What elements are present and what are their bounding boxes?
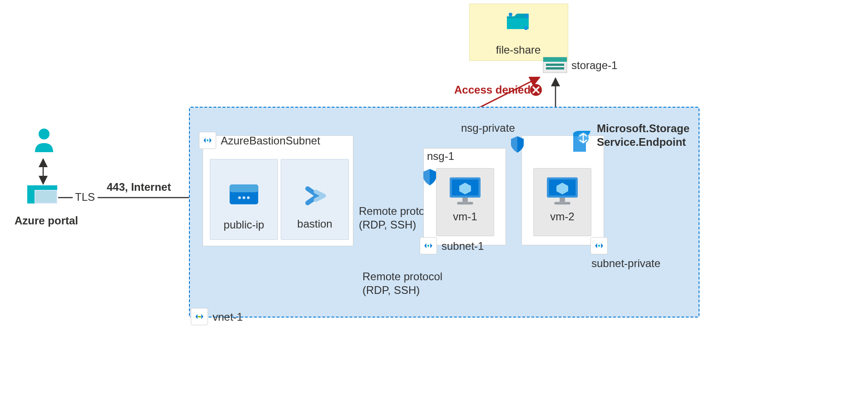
bastion-subnet-label: AzureBastionSubnet bbox=[221, 134, 320, 147]
subnet-private-icon bbox=[590, 237, 608, 254]
svg-point-17 bbox=[243, 196, 245, 199]
bastion-label: bastion bbox=[281, 218, 348, 230]
remote-protocol-2-line2: (RDP, SSH) bbox=[362, 284, 420, 296]
svg-point-32 bbox=[525, 15, 529, 18]
storage-1-icon bbox=[542, 55, 568, 76]
subnet-1-label: subnet-1 bbox=[441, 240, 484, 253]
service-endpoint-icon bbox=[570, 129, 594, 154]
azure-portal-label: Azure portal bbox=[15, 214, 78, 227]
vm-1-icon bbox=[446, 175, 484, 208]
bastion-icon bbox=[298, 179, 331, 212]
service-endpoint-line1: Microsoft.Storage bbox=[597, 122, 689, 134]
remote-protocol-label-2: Remote protocol (RDP, SSH) bbox=[359, 270, 446, 297]
vm-1-box: vm-1 bbox=[436, 168, 494, 236]
bastion-box: bastion bbox=[281, 159, 349, 240]
access-denied-label: Access denied bbox=[454, 84, 531, 96]
user-icon bbox=[33, 127, 55, 154]
svg-point-12 bbox=[200, 316, 201, 317]
svg-point-16 bbox=[238, 196, 241, 199]
vm-2-icon bbox=[544, 175, 581, 208]
storage-1-label: storage-1 bbox=[571, 59, 617, 72]
svg-rect-26 bbox=[560, 198, 565, 202]
public-ip-label: public-ip bbox=[210, 218, 278, 231]
azure-portal-icon bbox=[27, 185, 57, 210]
svg-rect-8 bbox=[27, 190, 35, 204]
bastion-subnet-icon bbox=[199, 132, 216, 149]
svg-rect-7 bbox=[27, 185, 57, 190]
nsg-private-shield-icon bbox=[510, 135, 525, 155]
svg-rect-37 bbox=[546, 67, 564, 69]
svg-point-23 bbox=[427, 245, 429, 247]
svg-rect-15 bbox=[230, 184, 258, 192]
svg-rect-22 bbox=[457, 202, 473, 204]
service-endpoint-label: Microsoft.Storage Service.Endpoint bbox=[597, 122, 689, 149]
svg-rect-9 bbox=[35, 191, 56, 203]
diagram-stage: Azure portal TLS 443, Internet vnet-1 Az… bbox=[0, 0, 868, 412]
svg-rect-36 bbox=[546, 64, 564, 66]
access-denied-icon bbox=[530, 84, 542, 98]
tls-label: TLS bbox=[75, 191, 95, 204]
svg-point-18 bbox=[247, 196, 250, 199]
vm-2-box: vm-2 bbox=[533, 168, 591, 236]
remote-protocol-2-line1: Remote protocol bbox=[362, 270, 442, 283]
svg-point-13 bbox=[207, 139, 208, 141]
nsg-1-shield-icon bbox=[422, 168, 437, 188]
svg-point-5 bbox=[39, 129, 50, 139]
svg-rect-27 bbox=[554, 202, 570, 204]
internet-443-label: 443, Internet bbox=[107, 181, 171, 194]
remote-protocol-1-line2: (RDP, SSH) bbox=[359, 218, 416, 231]
vnet-icon bbox=[191, 308, 208, 325]
svg-rect-21 bbox=[462, 198, 468, 202]
vnet-label: vnet-1 bbox=[213, 311, 243, 323]
vm-1-label: vm-1 bbox=[436, 210, 494, 223]
svg-rect-35 bbox=[543, 57, 567, 62]
service-endpoint-line2: Service.Endpoint bbox=[597, 136, 686, 148]
nsg-private-label: nsg-private bbox=[461, 122, 515, 134]
svg-point-33 bbox=[524, 26, 528, 30]
public-ip-icon bbox=[226, 181, 262, 208]
svg-point-31 bbox=[509, 13, 512, 16]
subnet-1-icon bbox=[420, 237, 437, 254]
subnet-private-label: subnet-private bbox=[591, 257, 660, 270]
vm-2-label: vm-2 bbox=[534, 210, 591, 223]
svg-point-28 bbox=[598, 245, 600, 247]
nsg-1-label: nsg-1 bbox=[427, 150, 454, 163]
public-ip-box: public-ip bbox=[210, 159, 278, 240]
file-share-icon bbox=[504, 10, 533, 35]
